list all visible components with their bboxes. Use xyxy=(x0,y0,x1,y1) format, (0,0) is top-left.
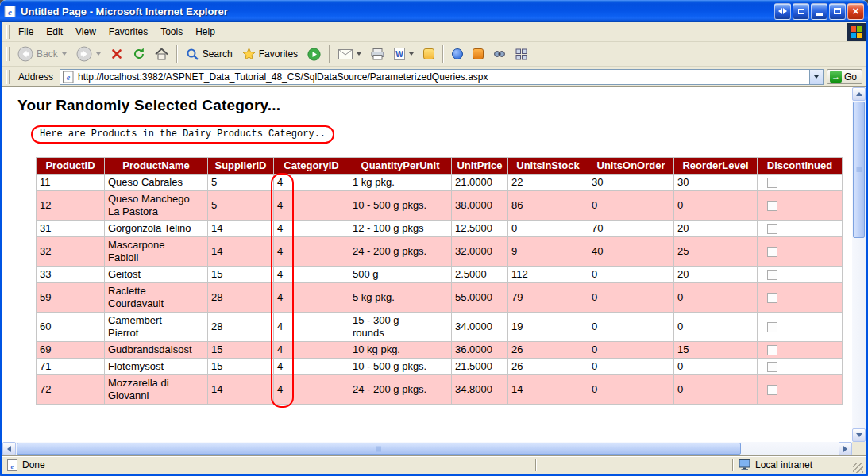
menu-tools[interactable]: Tools xyxy=(154,24,189,40)
forward-dropdown-icon xyxy=(96,52,101,56)
cell-quantityperunit: 24 - 200 g pkgs. xyxy=(349,237,452,267)
cell-discontinued xyxy=(758,191,843,221)
address-dropdown-button[interactable] xyxy=(809,70,823,84)
cell-productid: 33 xyxy=(37,267,105,283)
menubar-grip[interactable] xyxy=(6,25,10,39)
discontinued-checkbox xyxy=(767,224,777,234)
window-resize-grip[interactable] xyxy=(853,463,863,473)
home-button[interactable] xyxy=(151,46,172,62)
cell-discontinued xyxy=(758,267,843,283)
menu-help[interactable]: Help xyxy=(189,24,222,40)
cell-categoryid: 4 xyxy=(274,221,349,237)
menu-edit[interactable]: Edit xyxy=(40,24,69,40)
close-button[interactable]: × xyxy=(847,3,864,20)
browser-window: e Untitled Page - Microsoft Internet Exp… xyxy=(0,0,868,476)
menu-view[interactable]: View xyxy=(69,24,102,40)
table-row: 12Queso Manchego La Pastora5410 - 500 g … xyxy=(37,191,843,221)
maximize-button[interactable] xyxy=(829,3,846,20)
cell-quantityperunit: 10 kg pkg. xyxy=(349,342,452,359)
back-button[interactable]: Back xyxy=(14,44,71,63)
scroll-right-button[interactable] xyxy=(839,442,852,455)
minimize-button[interactable] xyxy=(811,3,827,20)
refresh-button[interactable] xyxy=(129,46,149,62)
cell-discontinued xyxy=(758,375,843,405)
cell-quantityperunit: 5 kg pkg. xyxy=(349,283,452,313)
discuss-button[interactable] xyxy=(448,47,467,61)
cell-productname: Mozzarella di Giovanni xyxy=(105,375,208,405)
table-row: 32Mascarpone Fabioli14424 - 200 g pkgs.3… xyxy=(37,237,843,267)
chevron-down-icon xyxy=(814,75,819,79)
security-zone-panel: Local intranet xyxy=(734,456,853,474)
horizontal-scrollbar[interactable] xyxy=(2,442,852,455)
go-button[interactable]: → Go xyxy=(827,69,862,84)
media-button[interactable] xyxy=(303,46,325,63)
find-icon xyxy=(493,48,506,60)
edit-button[interactable]: W xyxy=(390,46,418,62)
research-button[interactable] xyxy=(469,47,488,61)
addressbar-grip[interactable] xyxy=(6,70,10,84)
messenger-button[interactable] xyxy=(419,47,438,61)
horizontal-scroll-thumb[interactable] xyxy=(17,443,741,455)
forward-button[interactable] xyxy=(72,44,105,63)
address-label: Address xyxy=(15,71,56,83)
favorites-button[interactable]: Favorites xyxy=(238,46,302,62)
table-row: 71Flotemysost15410 - 500 g pkgs.21.50002… xyxy=(37,359,843,375)
cell-discontinued xyxy=(758,342,843,359)
cell-quantityperunit: 12 - 100 g pkgs xyxy=(349,221,452,237)
cell-productname: Flotemysost xyxy=(105,359,208,375)
menu-favorites[interactable]: Favorites xyxy=(102,24,154,40)
discontinued-checkbox xyxy=(767,178,777,188)
toolbar-grip[interactable] xyxy=(6,47,10,61)
cell-unitprice: 38.0000 xyxy=(452,191,508,221)
left-arrow-icon xyxy=(778,8,782,14)
window-arrows-button[interactable] xyxy=(774,3,791,20)
cell-categoryid: 4 xyxy=(274,313,349,342)
statusbar-separator xyxy=(732,459,733,471)
mail-button[interactable] xyxy=(334,48,365,61)
column-header-reorderlevel: ReorderLevel xyxy=(674,158,758,175)
discontinued-checkbox xyxy=(767,385,777,395)
cell-supplierid: 14 xyxy=(208,221,274,237)
edit-word-icon: W xyxy=(394,48,405,60)
windows-logo-icon xyxy=(847,23,866,41)
cell-quantityperunit: 1 kg pkg. xyxy=(349,175,452,191)
browser-content: Your Randomly Selected Category... Here … xyxy=(2,87,866,455)
vertical-scroll-thumb[interactable] xyxy=(853,102,865,238)
minimize-icon xyxy=(816,13,823,16)
column-header-quantityperunit: QuantityPerUnit xyxy=(349,158,452,175)
cell-productname: Gorgonzola Telino xyxy=(105,221,208,237)
cell-unitsinstock: 26 xyxy=(508,342,588,359)
cell-unitprice: 36.0000 xyxy=(452,342,508,359)
cell-discontinued xyxy=(758,359,843,375)
column-header-unitsinstock: UnitsInStock xyxy=(508,158,588,175)
zone-label: Local intranet xyxy=(755,459,812,470)
ie-page-icon: e xyxy=(4,5,17,18)
cell-unitprice: 12.5000 xyxy=(452,221,508,237)
vertical-scrollbar[interactable] xyxy=(852,87,866,442)
scroll-up-button[interactable] xyxy=(852,87,866,101)
arrow-left-icon xyxy=(7,446,11,452)
cell-unitprice: 21.0000 xyxy=(452,175,508,191)
cell-discontinued xyxy=(758,237,843,267)
address-bar: Address e http://localhost:3982/ASPNET_D… xyxy=(2,67,866,87)
address-input[interactable]: e http://localhost:3982/ASPNET_Data_Tuto… xyxy=(60,69,824,85)
scroll-left-button[interactable] xyxy=(2,442,16,455)
search-label: Search xyxy=(203,48,233,60)
messenger-icon xyxy=(423,48,434,60)
toolbar-separator xyxy=(176,45,178,63)
tiles-button[interactable] xyxy=(511,47,531,62)
favorites-star-icon xyxy=(242,48,256,60)
cell-unitsonorder: 0 xyxy=(588,191,674,221)
status-bar: e Done Local intranet xyxy=(2,455,866,474)
scroll-down-button[interactable] xyxy=(852,428,866,442)
print-button[interactable] xyxy=(367,47,388,62)
stop-button[interactable] xyxy=(106,46,127,62)
cell-unitsinstock: 19 xyxy=(508,313,588,342)
search-button[interactable]: Search xyxy=(182,46,237,63)
status-page-icon: e xyxy=(7,459,18,471)
cell-reorderlevel: 0 xyxy=(674,359,758,375)
window-box-button[interactable] xyxy=(793,3,809,20)
find-button[interactable] xyxy=(489,47,510,61)
menu-file[interactable]: File xyxy=(12,24,40,40)
cell-supplierid: 14 xyxy=(208,375,274,405)
